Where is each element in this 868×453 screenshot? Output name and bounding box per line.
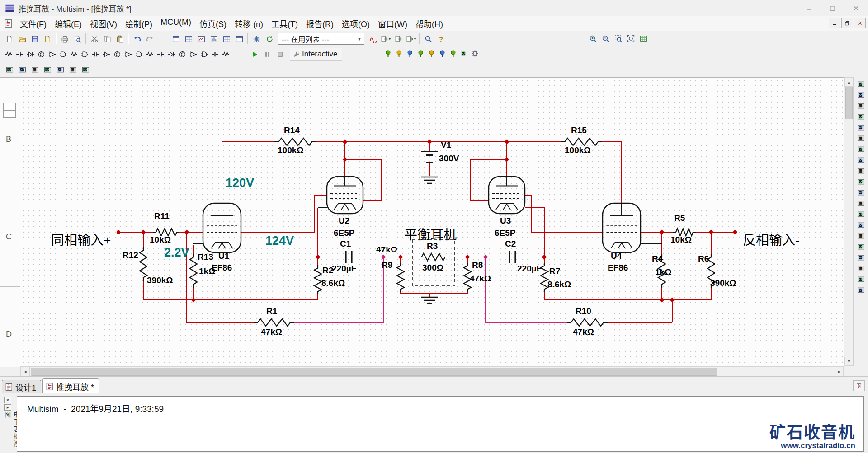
export-to-ultiboard-button[interactable]: ▾ <box>380 33 392 45</box>
interactive-simulation-settings-button[interactable] <box>4 64 15 75</box>
horizontal-scroll-thumb[interactable] <box>31 368 717 376</box>
tektronix-oscilloscope-button[interactable] <box>855 263 868 274</box>
word-generator-button[interactable] <box>855 155 868 165</box>
zoom-out-button[interactable] <box>599 33 611 44</box>
grapher-button[interactable] <box>208 33 220 45</box>
menu-item-w[interactable]: 窗口(W) <box>374 16 411 31</box>
redo-button[interactable] <box>144 33 156 45</box>
digital-probe-button[interactable] <box>426 48 436 59</box>
spreadsheet-close-button[interactable]: ✕ <box>4 397 11 403</box>
print-button[interactable] <box>59 33 71 45</box>
stop-simulation-button[interactable] <box>274 48 286 60</box>
place-indicator-button[interactable] <box>101 49 111 60</box>
zoom-fit-button[interactable] <box>625 33 637 44</box>
window-minimize-button[interactable] <box>797 0 821 16</box>
simulation-settings-button[interactable] <box>470 48 480 59</box>
help-button[interactable] <box>435 33 447 45</box>
measurement-probe-button[interactable] <box>383 48 393 59</box>
menu-item-e[interactable]: 编辑(E) <box>51 16 86 31</box>
new-file-button[interactable] <box>4 33 15 45</box>
iv-analyzer-button[interactable] <box>855 187 868 198</box>
sheet-tab-design1[interactable]: 设计1 <box>2 380 41 394</box>
place-electromechanical-button[interactable] <box>156 49 165 60</box>
simulation-error-log-button[interactable] <box>54 64 66 75</box>
copy-button[interactable] <box>101 33 113 45</box>
save-file-button[interactable] <box>29 33 41 45</box>
place-text-button[interactable] <box>221 49 231 60</box>
in-use-list-dropdown[interactable]: --- 在用列表 --- ▼ <box>278 33 364 45</box>
menu-item-n[interactable]: 转移 (n) <box>231 16 267 31</box>
agilent-oscilloscope-button[interactable] <box>855 252 868 263</box>
pause-simulation-button[interactable] <box>261 48 273 60</box>
logic-converter-button[interactable] <box>855 166 868 176</box>
create-component-button[interactable] <box>250 33 262 45</box>
place-power-component-button[interactable] <box>112 49 122 60</box>
horizontal-scrollbar[interactable]: ◄ ► <box>20 366 844 376</box>
place-ni-component-button[interactable] <box>166 49 176 60</box>
place-basic-button[interactable] <box>14 49 24 60</box>
menu-item-r[interactable]: 报告(R) <box>302 16 338 31</box>
new-sheet-button[interactable] <box>853 380 865 391</box>
load-simulation-profile-button[interactable] <box>80 64 91 75</box>
menu-item-v[interactable]: 视图(V) <box>86 16 121 31</box>
hierarchy-view-button[interactable] <box>233 33 245 45</box>
xspice-command-line-button[interactable] <box>67 64 79 75</box>
function-generator-button[interactable] <box>855 90 868 100</box>
place-analog-button[interactable] <box>47 49 57 60</box>
open-file-button[interactable] <box>16 33 28 45</box>
zoom-in-button[interactable] <box>587 33 599 44</box>
menu-item-t[interactable]: 工具(T) <box>267 16 302 31</box>
print-preview-button[interactable] <box>71 33 83 45</box>
place-bus-button[interactable] <box>210 49 220 60</box>
mdi-close-button[interactable] <box>854 18 866 28</box>
run-simulation-button[interactable] <box>249 48 260 60</box>
menu-item-s[interactable]: 仿真(S) <box>195 16 231 31</box>
scroll-up-arrow[interactable]: ▲ <box>844 78 854 87</box>
postprocessor-view-button[interactable] <box>42 64 53 75</box>
scroll-down-arrow[interactable]: ▼ <box>844 357 854 366</box>
place-source-button[interactable] <box>4 49 14 60</box>
simulation-mode-selector[interactable]: Interactive <box>290 48 342 61</box>
current-probe-button[interactable] <box>405 48 415 59</box>
bode-plotter-button[interactable] <box>855 133 868 144</box>
oscilloscope-button[interactable] <box>855 112 868 122</box>
menu-item-f[interactable]: 文件(F) <box>16 16 51 31</box>
scroll-left-arrow[interactable]: ◄ <box>21 367 30 377</box>
spectrum-analyzer-button[interactable] <box>855 209 868 219</box>
cut-button[interactable] <box>89 33 100 45</box>
agilent-multimeter-button[interactable] <box>855 242 868 252</box>
labview-instrument-button[interactable] <box>855 274 868 285</box>
analysis-grapher-button[interactable] <box>459 48 469 59</box>
place-rf-button[interactable] <box>145 49 155 60</box>
sheet-tab-active[interactable]: 推挽耳放 * <box>42 378 99 394</box>
place-misc-digital-button[interactable] <box>80 49 90 60</box>
distortion-analyzer-button[interactable] <box>855 198 868 209</box>
find-button[interactable] <box>422 33 434 45</box>
place-diode-button[interactable] <box>25 49 35 60</box>
spreadsheet-expand-button[interactable]: ▸ <box>4 404 11 411</box>
place-mcu-button[interactable] <box>188 49 198 60</box>
paste-button[interactable] <box>114 33 126 45</box>
logic-analyzer-button[interactable] <box>855 177 868 187</box>
differential-probe-button[interactable] <box>437 48 447 59</box>
agilent-function-generator-button[interactable] <box>855 231 868 241</box>
voltage-probe-button[interactable] <box>394 48 404 59</box>
power-probe-button[interactable] <box>415 48 425 59</box>
place-ttl-button[interactable] <box>58 49 68 60</box>
probe-manager-button[interactable] <box>448 48 458 59</box>
schematic-canvas[interactable]: R14100kΩR15100kΩV1300V120V124V2.2V同相输入+反… <box>20 77 844 367</box>
place-misc-button[interactable] <box>123 49 133 60</box>
back-annotate-button[interactable]: ▾ <box>405 33 417 45</box>
place-advanced-peripherals-button[interactable] <box>134 49 144 60</box>
sql-database-button[interactable] <box>195 33 207 45</box>
menu-item-h[interactable]: 帮助(H) <box>411 16 447 31</box>
vertical-scroll-thumb[interactable] <box>845 87 853 119</box>
forward-annotate-button[interactable] <box>392 33 404 45</box>
scroll-right-arrow[interactable]: ► <box>835 367 844 377</box>
zoom-area-button[interactable] <box>612 33 624 44</box>
place-connector-button[interactable] <box>177 49 187 60</box>
menu-item-p[interactable]: 绘制(P) <box>121 16 156 31</box>
menu-item-mcum[interactable]: MCU(M) <box>156 16 195 31</box>
mdi-restore-button[interactable] <box>841 18 853 28</box>
postprocessor-button[interactable] <box>221 33 232 45</box>
